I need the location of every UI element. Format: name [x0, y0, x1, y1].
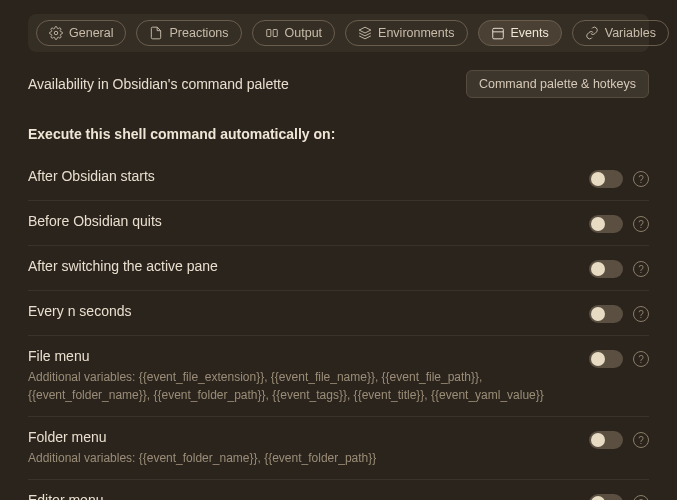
- setting-controls: ?: [589, 429, 649, 449]
- setting-name: After Obsidian starts: [28, 168, 569, 184]
- svg-rect-2: [273, 30, 277, 37]
- availability-label: Availability in Obsidian's command palet…: [28, 76, 289, 92]
- availability-row: Availability in Obsidian's command palet…: [28, 70, 649, 98]
- output-icon: [265, 26, 279, 40]
- tab-preactions[interactable]: Preactions: [136, 20, 241, 46]
- setting-name: Editor menu: [28, 492, 569, 500]
- toggle-switch[interactable]: [589, 305, 623, 323]
- setting-controls: ?: [589, 258, 649, 278]
- setting-row: File menu Additional variables: {{event_…: [28, 336, 649, 417]
- tab-general[interactable]: General: [36, 20, 126, 46]
- toggle-switch[interactable]: [589, 350, 623, 368]
- help-icon[interactable]: ?: [633, 216, 649, 232]
- toggle-switch[interactable]: [589, 494, 623, 500]
- tab-label: Output: [285, 26, 323, 40]
- toggle-switch[interactable]: [589, 431, 623, 449]
- setting-row: Editor menu ?: [28, 480, 649, 500]
- setting-name: Folder menu: [28, 429, 569, 445]
- setting-row: Before Obsidian quits ?: [28, 201, 649, 246]
- setting-controls: ?: [589, 492, 649, 500]
- setting-row: Folder menu Additional variables: {{even…: [28, 417, 649, 480]
- tab-output[interactable]: Output: [252, 20, 336, 46]
- tab-events[interactable]: Events: [478, 20, 562, 46]
- setting-row: After switching the active pane ?: [28, 246, 649, 291]
- svg-point-0: [54, 31, 58, 35]
- setting-info: After switching the active pane: [28, 258, 569, 274]
- setting-controls: ?: [589, 168, 649, 188]
- setting-row: After Obsidian starts ?: [28, 156, 649, 201]
- tab-label: Environments: [378, 26, 454, 40]
- setting-name: Every n seconds: [28, 303, 569, 319]
- help-icon[interactable]: ?: [633, 351, 649, 367]
- setting-row: Every n seconds ?: [28, 291, 649, 336]
- setting-description: Additional variables: {{event_folder_nam…: [28, 449, 569, 467]
- tab-bar: General Preactions Output Environments E…: [28, 14, 649, 52]
- section-heading: Execute this shell command automatically…: [28, 126, 649, 142]
- availability-dropdown[interactable]: Command palette & hotkeys: [466, 70, 649, 98]
- tab-label: Variables: [605, 26, 656, 40]
- tab-label: Events: [511, 26, 549, 40]
- file-icon: [149, 26, 163, 40]
- svg-rect-4: [492, 28, 503, 38]
- help-icon[interactable]: ?: [633, 171, 649, 187]
- setting-description: Additional variables: {{event_file_exten…: [28, 368, 569, 404]
- help-icon[interactable]: ?: [633, 261, 649, 277]
- tab-label: General: [69, 26, 113, 40]
- setting-info: Folder menu Additional variables: {{even…: [28, 429, 569, 467]
- link-icon: [585, 26, 599, 40]
- setting-name: Before Obsidian quits: [28, 213, 569, 229]
- help-icon[interactable]: ?: [633, 306, 649, 322]
- setting-controls: ?: [589, 213, 649, 233]
- svg-rect-1: [266, 30, 270, 37]
- toggle-switch[interactable]: [589, 170, 623, 188]
- setting-controls: ?: [589, 348, 649, 368]
- setting-info: File menu Additional variables: {{event_…: [28, 348, 569, 404]
- layers-icon: [358, 26, 372, 40]
- setting-info: Editor menu: [28, 492, 569, 500]
- setting-name: After switching the active pane: [28, 258, 569, 274]
- setting-controls: ?: [589, 303, 649, 323]
- toggle-switch[interactable]: [589, 260, 623, 278]
- tab-variables[interactable]: Variables: [572, 20, 669, 46]
- svg-marker-3: [359, 27, 371, 33]
- tab-label: Preactions: [169, 26, 228, 40]
- settings-list: After Obsidian starts ? Before Obsidian …: [28, 156, 649, 500]
- gear-icon: [49, 26, 63, 40]
- tab-environments[interactable]: Environments: [345, 20, 467, 46]
- help-icon[interactable]: ?: [633, 495, 649, 500]
- calendar-icon: [491, 26, 505, 40]
- setting-info: Every n seconds: [28, 303, 569, 319]
- setting-info: Before Obsidian quits: [28, 213, 569, 229]
- setting-info: After Obsidian starts: [28, 168, 569, 184]
- help-icon[interactable]: ?: [633, 432, 649, 448]
- toggle-switch[interactable]: [589, 215, 623, 233]
- setting-name: File menu: [28, 348, 569, 364]
